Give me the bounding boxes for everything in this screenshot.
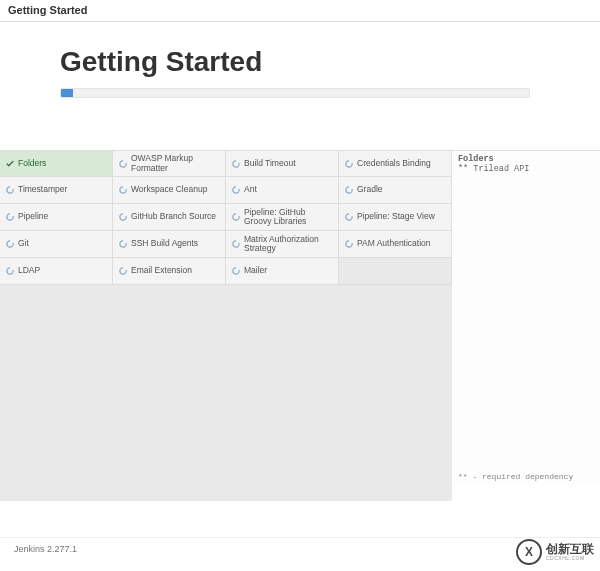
window-title-bar: Getting Started [0,0,600,22]
plugin-cell: Folders [0,150,113,177]
plugin-label: Workspace Cleanup [131,185,207,194]
plugin-cell: Gradle [339,177,452,204]
plugin-cell: Timestamper [0,177,113,204]
spacer [0,108,600,150]
plugin-label: OWASP Markup Formatter [131,154,221,173]
plugin-cell: Git [0,231,113,258]
plugin-cell: Pipeline [0,204,113,231]
plugin-label: Timestamper [18,185,67,194]
spinner-icon [4,266,15,277]
spinner-icon [117,185,128,196]
spinner-icon [343,158,354,169]
spinner-icon [4,212,15,223]
plugin-cell: Ant [226,177,339,204]
watermark-logo-icon: X [516,539,542,565]
wizard-header: Getting Started [0,22,600,108]
plugin-label: Git [18,239,29,248]
log-footer-note: ** - required dependency [458,472,573,481]
main-content: FoldersOWASP Markup FormatterBuild Timeo… [0,150,600,485]
spinner-icon [230,239,241,250]
plugin-cell: Pipeline: Stage View [339,204,452,231]
plugin-cell-empty [339,258,452,285]
plugin-label: Pipeline [18,212,48,221]
install-log: Folders ** Trilead API ** - required dep… [452,150,600,485]
grid-filler [0,285,452,501]
window-title: Getting Started [8,4,87,16]
plugin-label: Folders [18,159,46,168]
spinner-icon [4,239,15,250]
plugin-label: PAM Authentication [357,239,431,248]
plugin-label: LDAP [18,266,40,275]
plugin-cell: Workspace Cleanup [113,177,226,204]
spinner-icon [230,158,241,169]
spinner-icon [4,185,15,196]
spinner-icon [117,266,128,277]
plugin-grid: FoldersOWASP Markup FormatterBuild Timeo… [0,150,452,485]
install-progress [60,88,530,98]
plugin-cell: Credentials Binding [339,150,452,177]
log-line: ** Trilead API [458,164,594,174]
spinner-icon [117,212,128,223]
plugin-cell: Email Extension [113,258,226,285]
plugin-cell: Build Timeout [226,150,339,177]
spinner-icon [117,158,128,169]
log-current-plugin: Folders [458,154,594,164]
plugin-cell: SSH Build Agents [113,231,226,258]
spinner-icon [117,239,128,250]
plugin-cell: Mailer [226,258,339,285]
footer: Jenkins 2.277.1 [0,537,600,571]
spinner-icon [343,239,354,250]
plugin-label: Email Extension [131,266,192,275]
spinner-icon [230,185,241,196]
plugin-label: Ant [244,185,257,194]
spinner-icon [343,185,354,196]
watermark: X 创新互联 CDCXHL.COM [516,539,594,565]
spinner-icon [230,212,241,223]
plugin-cell: LDAP [0,258,113,285]
spinner-icon [230,266,241,277]
plugin-label: Mailer [244,266,267,275]
plugin-label: Gradle [357,185,383,194]
plugin-cell: GitHub Branch Source [113,204,226,231]
plugin-cell: PAM Authentication [339,231,452,258]
plugin-label: Pipeline: Stage View [357,212,435,221]
plugin-label: Matrix Authorization Strategy [244,235,334,254]
plugin-cell: Matrix Authorization Strategy [226,231,339,258]
plugin-label: SSH Build Agents [131,239,198,248]
plugin-label: GitHub Branch Source [131,212,216,221]
plugin-label: Credentials Binding [357,159,431,168]
plugin-cell: Pipeline: GitHub Groovy Libraries [226,204,339,231]
install-progress-bar [61,89,73,97]
plugin-cell: OWASP Markup Formatter [113,150,226,177]
watermark-text: 创新互联 [546,543,594,555]
jenkins-version: Jenkins 2.277.1 [14,544,77,554]
plugin-label: Pipeline: GitHub Groovy Libraries [244,208,334,227]
spinner-icon [343,212,354,223]
page-title: Getting Started [60,46,600,78]
check-icon [4,158,15,169]
plugin-label: Build Timeout [244,159,296,168]
